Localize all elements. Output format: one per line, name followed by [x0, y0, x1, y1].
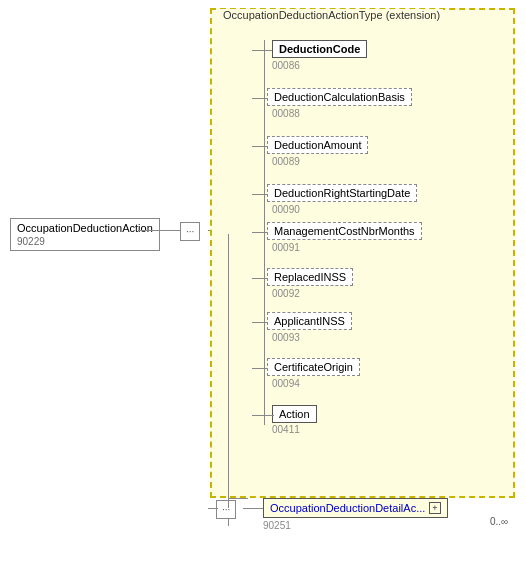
field-code-1: 00088 — [272, 108, 300, 119]
field-code-2: 00089 — [272, 156, 300, 167]
field-replaced-inss: ReplacedINSS — [267, 268, 353, 286]
hline-5 — [252, 278, 268, 279]
bottom-node-multiplicity: 0..∞ — [490, 516, 508, 527]
hline-4 — [252, 232, 268, 233]
diagram-container: OccupationDeductionAction 90229 ··· Occu… — [0, 0, 526, 563]
type-container: OccupationDeductionActionType (extension… — [210, 8, 515, 498]
bottom-connector-box[interactable]: ··· — [216, 500, 236, 519]
hline-bottom-2 — [243, 508, 263, 509]
main-node: OccupationDeductionAction 90229 — [10, 218, 160, 251]
hline-7 — [252, 368, 268, 369]
hline-6 — [252, 322, 268, 323]
field-code-4: 00091 — [272, 242, 300, 253]
expand-icon[interactable]: + — [429, 502, 440, 514]
connector-box[interactable]: ··· — [180, 222, 200, 241]
hline-left-bottom — [208, 508, 218, 509]
main-node-label: OccupationDeductionAction — [17, 222, 153, 234]
field-code-7: 00094 — [272, 378, 300, 389]
line-main-to-connector — [138, 230, 180, 231]
hline-2 — [252, 146, 268, 147]
bottom-connector-symbol: ··· — [222, 504, 230, 515]
bottom-node-code: 90251 — [263, 520, 291, 531]
field-management-cost-nbr-months: ManagementCostNbrMonths — [267, 222, 422, 240]
type-container-title: OccupationDeductionActionType (extension… — [220, 9, 443, 21]
hline-bottom-1 — [228, 498, 248, 499]
field-deduction-calc-basis: DeductionCalculationBasis — [267, 88, 412, 106]
field-code-0: 00086 — [272, 60, 300, 71]
field-code-6: 00093 — [272, 332, 300, 343]
field-deduction-amount: DeductionAmount — [267, 136, 368, 154]
field-code-5: 00092 — [272, 288, 300, 299]
field-deduction-right-starting-date: DeductionRightStartingDate — [267, 184, 417, 202]
bottom-node: OccupationDeductionDetailAc... + — [263, 498, 448, 518]
vline-left-down — [228, 234, 229, 508]
hline-3 — [252, 194, 268, 195]
field-certificate-origin: CertificateOrigin — [267, 358, 360, 376]
field-applicant-inss: ApplicantINSS — [267, 312, 352, 330]
hline-8 — [252, 415, 274, 416]
field-deduction-code: DeductionCode — [272, 40, 367, 58]
field-action: Action — [272, 405, 317, 423]
connector-symbol: ··· — [186, 226, 194, 237]
bottom-node-label: OccupationDeductionDetailAc... — [270, 502, 425, 514]
hline-1 — [252, 98, 268, 99]
field-code-3: 00090 — [272, 204, 300, 215]
field-code-8: 00411 — [272, 424, 300, 435]
hline-0 — [252, 50, 272, 51]
main-node-code: 90229 — [17, 236, 153, 247]
